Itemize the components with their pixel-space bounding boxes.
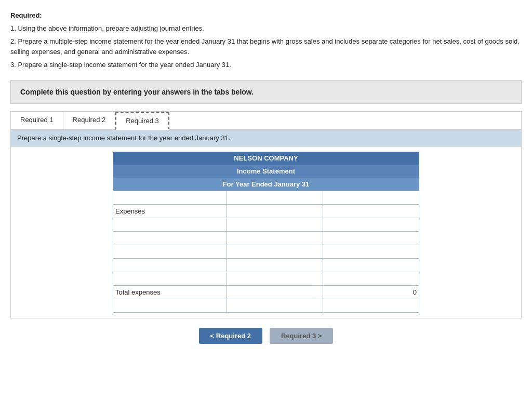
value-input-4b[interactable] — [325, 248, 417, 256]
table-row — [113, 191, 419, 204]
table-row: Expenses — [113, 204, 419, 218]
prev-button[interactable]: < Required 2 — [199, 328, 262, 344]
value-input-5b[interactable] — [325, 261, 417, 269]
table-row — [113, 218, 419, 231]
label-input-5[interactable] — [115, 261, 224, 269]
value-input-8a[interactable] — [229, 302, 321, 310]
tab-content: Prepare a single-step income statement f… — [11, 130, 521, 318]
instruction-item1: 1. Using the above information, prepare … — [10, 23, 522, 34]
total-expenses-row: Total expenses 0 — [113, 285, 419, 299]
table-row — [113, 245, 419, 258]
value-cell-0[interactable] — [323, 191, 419, 204]
expenses-col1 — [227, 204, 323, 218]
complete-box: Complete this question by entering your … — [10, 80, 522, 104]
next-button[interactable]: Required 3 > — [270, 328, 333, 344]
value-input-6a[interactable] — [229, 275, 321, 283]
total-expenses-value: 0 — [323, 285, 419, 299]
value-input-0b[interactable] — [325, 194, 417, 202]
instructions-block: Required: 1. Using the above information… — [10, 10, 522, 71]
table-row — [113, 258, 419, 272]
total-expenses-col1 — [227, 285, 323, 299]
expenses-label-cell: Expenses — [113, 204, 227, 218]
value-input-6b[interactable] — [325, 275, 417, 283]
label-input-6[interactable] — [115, 275, 224, 283]
statement-title-header: Income Statement — [113, 165, 419, 178]
income-statement-table: NELSON COMPANY Income Statement For Year… — [113, 152, 419, 313]
value-input-2a[interactable] — [229, 221, 321, 229]
table-row — [113, 299, 419, 312]
value-input-8b[interactable] — [325, 302, 417, 310]
table-row — [113, 231, 419, 245]
required-heading: Required: — [10, 11, 42, 19]
total-expenses-label-cell: Total expenses — [113, 285, 227, 299]
tabs-outer: Required 1 Required 2 Required 3 Prepare… — [10, 111, 522, 318]
value-input-3a[interactable] — [229, 234, 321, 242]
label-input-4[interactable] — [115, 248, 224, 256]
total-expenses-label: Total expenses — [115, 288, 161, 296]
table-row — [113, 272, 419, 285]
input-cell-0[interactable] — [227, 191, 323, 204]
label-input-2[interactable] — [115, 221, 224, 229]
label-input-0[interactable] — [115, 194, 224, 202]
tab-instruction: Prepare a single-step income statement f… — [11, 130, 521, 146]
complete-box-text: Complete this question by entering your … — [20, 88, 254, 96]
label-input-8[interactable] — [115, 302, 224, 310]
value-input-2b[interactable] — [325, 221, 417, 229]
tab-required1[interactable]: Required 1 — [11, 112, 63, 129]
nav-buttons: < Required 2 Required 3 > — [10, 328, 522, 344]
label-input-3[interactable] — [115, 234, 224, 242]
period-header: For Year Ended January 31 — [113, 178, 419, 191]
value-input-3b[interactable] — [325, 234, 417, 242]
tabs-row: Required 1 Required 2 Required 3 — [11, 112, 521, 130]
tab-required2[interactable]: Required 2 — [63, 112, 116, 129]
instruction-item2: 2. Prepare a multiple-step income statem… — [10, 36, 522, 58]
expenses-label: Expenses — [115, 207, 145, 215]
value-input-0a[interactable] — [229, 194, 321, 202]
instruction-item3: 3. Prepare a single-step income statemen… — [10, 60, 522, 71]
value-input-4a[interactable] — [229, 248, 321, 256]
tab-required3[interactable]: Required 3 — [115, 112, 169, 130]
company-name-header: NELSON COMPANY — [113, 152, 419, 165]
expenses-col2 — [323, 204, 419, 218]
value-input-5a[interactable] — [229, 261, 321, 269]
income-table-wrapper: NELSON COMPANY Income Statement For Year… — [11, 146, 521, 318]
label-cell-0[interactable] — [113, 191, 227, 204]
